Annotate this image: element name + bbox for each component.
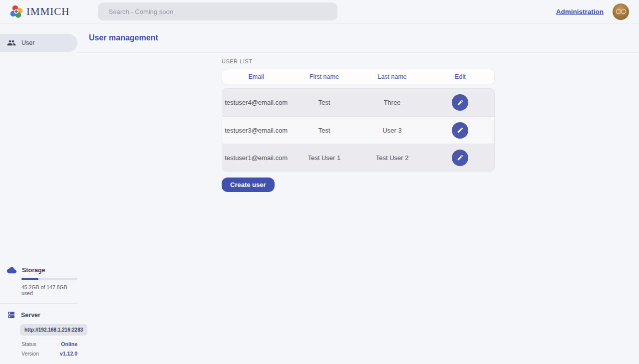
main-content: User management USER LIST Email First na… [77, 23, 639, 364]
cell-last-name: User 3 [358, 127, 426, 134]
glasses-photo-detail [616, 8, 627, 14]
table-row: testuser3@email.com Test User 3 [222, 116, 494, 144]
version-value: v1.12.0 [60, 351, 77, 357]
server-version-row: Version v1.12.0 [21, 351, 77, 357]
top-header: IMMICH Administration [0, 0, 639, 23]
cell-last-name: Three [358, 99, 426, 106]
user-list-panel: USER LIST Email First name Last name Edi… [222, 53, 495, 192]
immich-flower-icon [10, 5, 23, 18]
pencil-icon [457, 154, 464, 161]
sidebar-item-label: User [21, 39, 34, 46]
pencil-icon [457, 127, 464, 134]
status-value: Online [61, 341, 77, 347]
server-section: Server http://192.168.1.216:2283 Status … [0, 303, 77, 357]
server-icon [7, 311, 15, 319]
table-row: testuser1@email.com Test User 1 Test Use… [222, 144, 494, 171]
search-bar [98, 2, 337, 20]
edit-user-button[interactable] [452, 150, 468, 166]
column-header-first-name: First name [290, 73, 358, 80]
cloud-icon [7, 267, 16, 274]
administration-link[interactable]: Administration [556, 8, 604, 15]
server-title: Server [21, 312, 40, 319]
edit-user-button[interactable] [452, 94, 468, 111]
page-title-bar: User management [77, 23, 639, 53]
page-title: User management [89, 33, 158, 42]
column-header-last-name: Last name [358, 73, 426, 80]
storage-progress-bar [21, 278, 77, 280]
status-label: Status [21, 341, 36, 347]
storage-progress-fill [21, 278, 38, 280]
storage-section: Storage 45.2GB of 147.8GB used [0, 267, 77, 296]
immich-logo[interactable]: IMMICH [10, 5, 70, 18]
logo-text: IMMICH [26, 5, 70, 18]
cell-last-name: Test User 2 [358, 154, 426, 162]
cell-first-name: Test [290, 99, 358, 106]
admin-sidebar: User Storage 45.2GB of 147.8GB used [0, 23, 77, 364]
sidebar-item-user[interactable]: User [0, 34, 77, 52]
user-avatar[interactable] [613, 3, 629, 20]
cell-first-name: Test [290, 127, 358, 134]
cell-first-name: Test User 1 [290, 154, 358, 162]
server-status-row: Status Online [21, 341, 77, 347]
section-label: USER LIST [222, 58, 252, 64]
column-header-edit: Edit [426, 73, 494, 80]
table-header: Email First name Last name Edit [222, 69, 495, 84]
search-input[interactable] [98, 2, 337, 20]
edit-user-button[interactable] [452, 122, 468, 139]
column-header-email: Email [222, 73, 290, 80]
storage-usage-text: 45.2GB of 147.8GB used [21, 284, 77, 296]
table-row: testuser4@email.com Test Three [222, 89, 494, 116]
users-icon [7, 38, 16, 47]
version-label: Version [21, 351, 39, 357]
sidebar-status-area: Storage 45.2GB of 147.8GB used Server [0, 267, 77, 364]
storage-title: Storage [22, 267, 45, 274]
pencil-icon [457, 99, 464, 106]
user-table-body: testuser4@email.com Test Three [222, 88, 495, 172]
cell-email: testuser4@email.com [222, 99, 290, 106]
cell-email: testuser1@email.com [222, 154, 290, 162]
cell-email: testuser3@email.com [222, 127, 290, 134]
create-user-button[interactable]: Create user [222, 178, 275, 192]
